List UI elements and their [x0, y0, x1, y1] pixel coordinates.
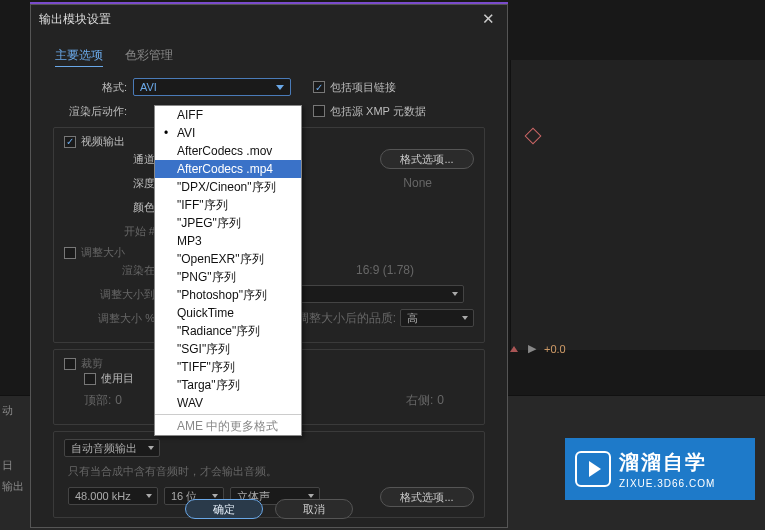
tab-main[interactable]: 主要选项	[55, 47, 103, 67]
format-option[interactable]: "Radiance"序列	[155, 322, 301, 340]
format-select[interactable]: AVI	[133, 78, 291, 96]
format-option[interactable]: "SGI"序列	[155, 340, 301, 358]
ok-button[interactable]: 确定	[185, 499, 263, 519]
label-resize-percent: 调整大小 %:	[84, 311, 164, 326]
play-logo-icon	[575, 451, 611, 487]
format-option[interactable]: AVI	[155, 124, 301, 142]
label-channel: 通道:	[84, 152, 164, 167]
format-dropdown[interactable]: AIFF AVI AfterCodecs .mov AfterCodecs .m…	[154, 105, 302, 436]
quality-select[interactable]: 高	[400, 309, 474, 327]
titlebar: 输出模块设置 ✕	[31, 5, 507, 33]
check-include-xmp[interactable]: 包括源 XMP 元数据	[313, 104, 426, 119]
chevron-down-icon	[452, 292, 458, 296]
checkbox-icon	[64, 136, 76, 148]
label-post-render: 渲染后动作:	[53, 104, 133, 119]
anchor-marker	[527, 130, 537, 140]
check-include-link[interactable]: 包括项目链接	[313, 80, 396, 95]
format-option[interactable]: AfterCodecs .mp4	[155, 160, 301, 178]
brand-title: 溜溜自学	[619, 449, 715, 476]
format-option[interactable]: "Photoshop"序列	[155, 286, 301, 304]
audio-mode-select[interactable]: 自动音频输出	[64, 439, 160, 457]
marker-icon	[510, 346, 518, 352]
left-label-1: 日	[2, 458, 33, 473]
time-offset: +0.0	[544, 343, 566, 355]
audio-note: 只有当合成中含有音频时，才会输出音频。	[64, 462, 474, 483]
label-color: 颜色:	[84, 200, 164, 215]
chevron-down-icon	[276, 85, 284, 90]
tab-color[interactable]: 色彩管理	[125, 47, 173, 67]
composition-panel	[510, 60, 765, 350]
format-value: AVI	[140, 81, 157, 93]
label-render-in: 渲染在:	[84, 263, 164, 278]
quality-label: 调整大小后的品质:	[297, 310, 396, 327]
chevron-down-icon	[308, 494, 314, 498]
checkbox-icon	[313, 105, 325, 117]
chevron-down-icon	[212, 494, 218, 498]
checkbox-icon	[64, 358, 76, 370]
cancel-button[interactable]: 取消	[275, 499, 353, 519]
checkbox-icon	[84, 373, 96, 385]
label-resize-to: 调整大小到:	[84, 287, 164, 302]
label-format: 格式:	[53, 80, 133, 95]
checkbox-icon	[64, 247, 76, 259]
chevron-down-icon	[462, 316, 468, 320]
format-options-button[interactable]: 格式选项...	[380, 149, 474, 169]
dialog-button-bar: 确定 取消	[31, 499, 507, 519]
format-option[interactable]: "IFF"序列	[155, 196, 301, 214]
format-option[interactable]: "TIFF"序列	[155, 358, 301, 376]
format-option[interactable]: AIFF	[155, 106, 301, 124]
depth-value: None	[403, 176, 432, 190]
format-option[interactable]: "JPEG"序列	[155, 214, 301, 232]
label-depth: 深度:	[84, 176, 164, 191]
aspect-value: 16:9 (1.78)	[356, 263, 414, 277]
chevron-down-icon	[146, 494, 152, 498]
label-start: 开始 #:	[84, 224, 164, 239]
dialog-title: 输出模块设置	[39, 11, 478, 28]
play-icon: ▶	[528, 342, 536, 355]
format-more[interactable]: AME 中的更多格式	[155, 417, 301, 435]
top-value: 0	[115, 393, 122, 407]
left-label-2: 输出	[2, 479, 33, 494]
chevron-down-icon	[148, 446, 154, 450]
format-option[interactable]: MP3	[155, 232, 301, 250]
tab-bar: 主要选项 色彩管理	[31, 33, 507, 77]
format-option[interactable]: "DPX/Cineon"序列	[155, 178, 301, 196]
left-tab: 动	[2, 404, 13, 416]
label-right: 右侧:	[406, 392, 433, 409]
format-option[interactable]: "Targa"序列	[155, 376, 301, 394]
checkbox-icon	[313, 81, 325, 93]
close-button[interactable]: ✕	[478, 10, 499, 28]
format-option[interactable]: QuickTime	[155, 304, 301, 322]
playback-controls: ▶ +0.0	[510, 342, 566, 355]
brand-logo: 溜溜自学 ZIXUE.3D66.COM	[565, 438, 755, 500]
format-option[interactable]: WAV	[155, 394, 301, 412]
label-top: 顶部:	[84, 392, 111, 409]
format-option[interactable]: "OpenEXR"序列	[155, 250, 301, 268]
format-option[interactable]: "PNG"序列	[155, 268, 301, 286]
format-option[interactable]: AfterCodecs .mov	[155, 142, 301, 160]
right-value: 0	[437, 393, 444, 407]
separator	[155, 414, 301, 415]
brand-url: ZIXUE.3D66.COM	[619, 478, 715, 489]
